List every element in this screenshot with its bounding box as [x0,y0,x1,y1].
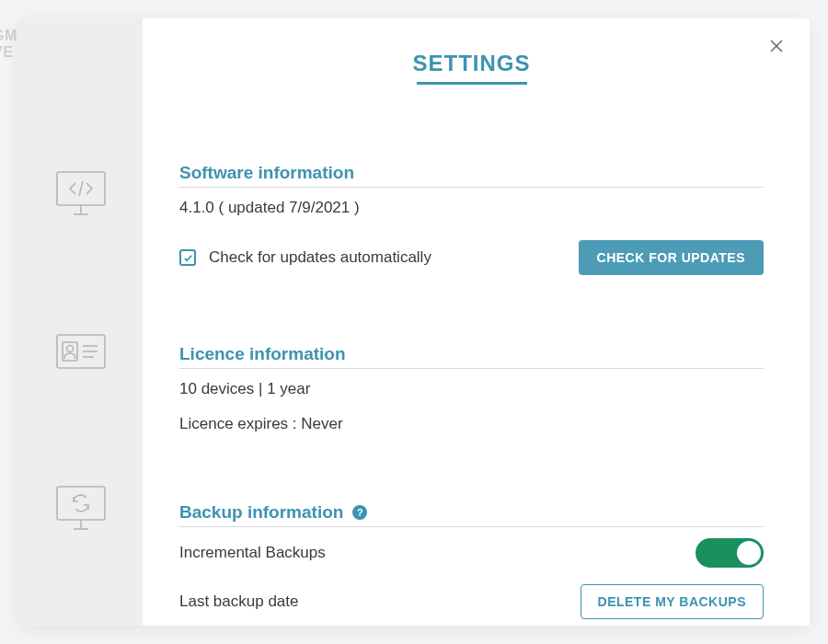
settings-modal: SETTINGS Software information 4.1.0 ( up… [18,18,810,626]
software-section: Software information 4.1.0 ( updated 7/9… [179,163,764,275]
help-icon[interactable]: ? [352,505,367,520]
incremental-label: Incremental Backups [179,544,326,562]
backup-header-text: Backup information [179,502,343,523]
close-button[interactable] [769,39,784,57]
software-header: Software information [179,163,764,188]
svg-rect-10 [57,487,105,520]
background-logo: GM VE [0,28,17,60]
incremental-toggle[interactable] [696,538,764,568]
incremental-row: Incremental Backups [179,538,764,568]
last-backup-row: Last backup date DELETE MY BACKUPS [179,584,764,619]
backup-section: Backup information ? Incremental Backups… [179,502,764,619]
licence-expiry: Licence expires : Never [179,415,764,433]
auto-update-checkbox[interactable] [179,249,196,266]
svg-rect-4 [57,335,105,368]
settings-content: SETTINGS Software information 4.1.0 ( up… [143,18,810,626]
title-underline [417,82,527,85]
settings-sidebar [18,18,143,626]
auto-update-label: Check for updates automatically [209,248,431,267]
auto-update-row: Check for updates automatically CHECK FO… [179,240,764,275]
code-monitor-icon[interactable] [55,170,107,218]
software-version: 4.1.0 ( updated 7/9/2021 ) [179,199,764,217]
check-updates-button[interactable]: CHECK FOR UPDATES [579,240,764,275]
toggle-knob [737,541,761,565]
sync-monitor-icon[interactable] [55,485,107,533]
last-backup-label: Last backup date [179,592,298,611]
modal-title: SETTINGS [179,51,764,76]
id-card-icon[interactable] [55,333,107,370]
delete-backups-button[interactable]: DELETE MY BACKUPS [581,584,764,619]
licence-section: Licence information 10 devices | 1 year … [179,344,764,433]
backup-header: Backup information ? [179,502,764,527]
licence-devices: 10 devices | 1 year [179,380,764,398]
svg-line-3 [79,181,83,196]
licence-header: Licence information [179,344,764,369]
svg-point-6 [66,346,73,352]
